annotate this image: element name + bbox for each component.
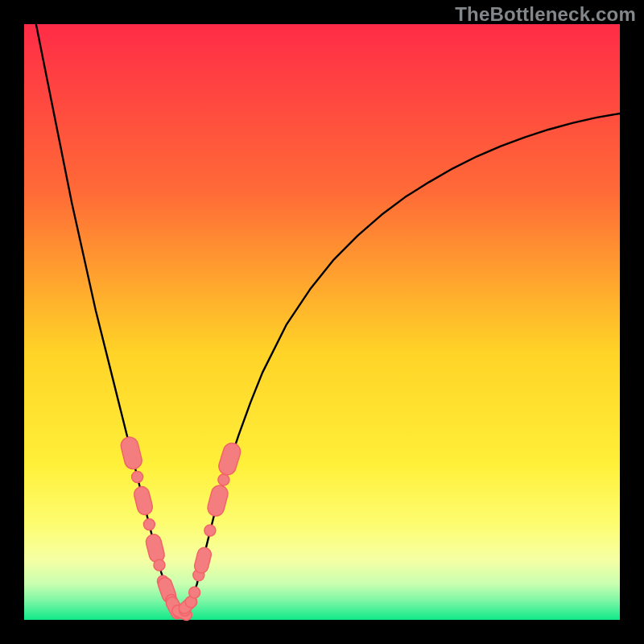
attribution-label: TheBottleneck.com <box>455 3 636 26</box>
marker-circle <box>154 559 165 571</box>
marker-circle <box>143 519 155 530</box>
marker-circle <box>189 587 200 598</box>
plot-background <box>24 24 620 620</box>
marker-circle <box>204 525 216 536</box>
marker-circle <box>132 471 143 482</box>
chart-stage: { "attribution": "TheBottleneck.com", "c… <box>0 0 644 644</box>
marker-circle <box>218 474 229 485</box>
bottleneck-chart <box>0 0 644 644</box>
